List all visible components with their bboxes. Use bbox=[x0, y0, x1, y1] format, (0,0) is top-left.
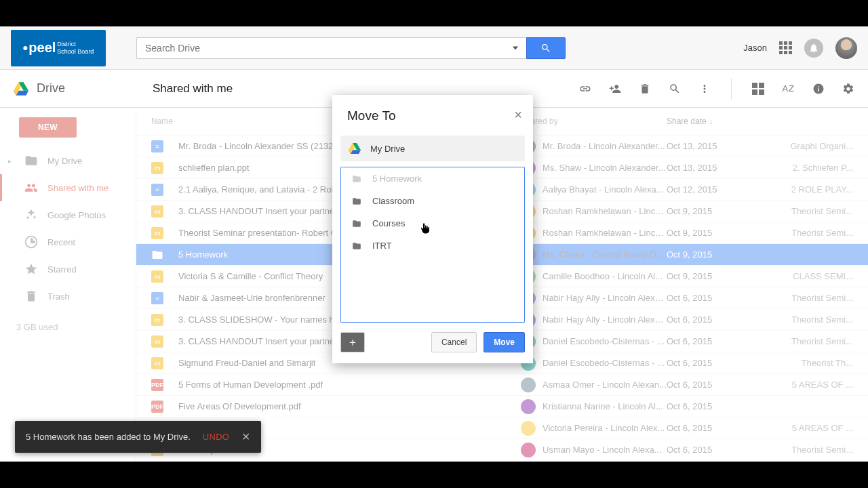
logo-text: peel bbox=[28, 40, 56, 56]
delete-icon[interactable] bbox=[639, 83, 651, 95]
new-folder-button[interactable]: ＋ bbox=[340, 332, 365, 352]
owner-avatar bbox=[521, 399, 536, 414]
folder-icon bbox=[351, 219, 363, 228]
share-date: Oct 6, 2015 bbox=[667, 423, 765, 433]
file-extra: Theorist Semi... bbox=[765, 336, 853, 346]
org-logo[interactable]: • peel DistrictSchool Board bbox=[11, 30, 106, 66]
move-to-modal: Move To × My Drive 5 HomeworkClassroomCo… bbox=[332, 95, 533, 363]
sidebar-item-my-drive[interactable]: ▸My Drive bbox=[0, 147, 136, 174]
share-date: Oct 6, 2015 bbox=[667, 336, 765, 346]
sidebar-item-starred[interactable]: Starred bbox=[0, 256, 136, 283]
file-name: Five Areas Of Development.pdf bbox=[178, 401, 301, 411]
share-date: Oct 12, 2015 bbox=[667, 184, 765, 195]
file-name: 2.1 Aaliya, Renique, and Latavia - 2 Rol… bbox=[178, 184, 345, 195]
share-date: Oct 13, 2015 bbox=[667, 163, 765, 173]
search-icon bbox=[540, 43, 551, 54]
more-actions-icon[interactable] bbox=[698, 83, 711, 95]
share-date: Oct 6, 2015 bbox=[667, 314, 765, 325]
file-extra: Theorist Th... bbox=[765, 358, 853, 368]
file-extra: 2. Schliefen P... bbox=[765, 163, 853, 173]
folder-label: Courses bbox=[372, 218, 405, 228]
folder-tree-item[interactable]: Classroom bbox=[341, 190, 524, 212]
sort-az-icon[interactable]: AZ bbox=[782, 83, 795, 94]
docs-icon: ≡ bbox=[151, 184, 163, 196]
storage-used: 3 GB used bbox=[0, 310, 136, 332]
search-in-section-icon[interactable] bbox=[669, 83, 681, 95]
share-date: Oct 6, 2015 bbox=[667, 401, 765, 411]
file-name: 5 Homework bbox=[178, 249, 228, 260]
sidebar-item-recent[interactable]: Recent bbox=[0, 228, 136, 256]
apps-launcher-icon[interactable] bbox=[779, 41, 792, 54]
add-person-icon[interactable] bbox=[609, 83, 621, 95]
sidebar: NEW ▸My DriveShared with meGoogle Photos… bbox=[0, 108, 136, 462]
header: • peel DistrictSchool Board Jason bbox=[0, 26, 868, 70]
file-name: Nabir & Jasmeet-Urie bronfenbrenner bbox=[178, 293, 326, 303]
info-icon[interactable] bbox=[812, 83, 825, 95]
file-name: schlieffen plan.ppt bbox=[178, 163, 250, 173]
share-date: Oct 9, 2015 bbox=[667, 249, 765, 260]
pdf-icon: PDF bbox=[151, 401, 163, 413]
owner-name: Ms. Clarke - Central Board Off... bbox=[542, 249, 667, 260]
search-options-caret[interactable] bbox=[513, 46, 518, 49]
file-name: Mr. Broda - Lincoln Alexander SS (2132..… bbox=[178, 141, 340, 151]
account-name[interactable]: Jason bbox=[743, 43, 767, 53]
folder-icon bbox=[151, 249, 163, 261]
nav-item-label: Starred bbox=[47, 264, 77, 274]
toast-close-icon[interactable]: ✕ bbox=[241, 430, 250, 443]
file-extra: 2 ROLE PLAY... bbox=[765, 184, 853, 195]
folder-tree-item: 5 Homework bbox=[341, 167, 524, 190]
new-button[interactable]: NEW bbox=[19, 117, 77, 138]
owner-name: Roshan Ramkhelawan - Linco... bbox=[542, 206, 667, 216]
sidebar-item-google-photos[interactable]: Google Photos bbox=[0, 201, 136, 228]
drive-logo-icon[interactable] bbox=[14, 82, 28, 96]
nav-item-label: Trash bbox=[47, 291, 70, 302]
folder-tree-item[interactable]: ITRT bbox=[341, 235, 524, 257]
file-extra: Theorist Semi... bbox=[765, 206, 853, 216]
breadcrumb-label: My Drive bbox=[370, 144, 405, 154]
sidebar-item-trash[interactable]: Trash bbox=[0, 283, 136, 310]
file-row[interactable]: PDFFive Areas Of Development.pdfKristian… bbox=[136, 395, 868, 417]
move-button[interactable]: Move bbox=[484, 332, 525, 352]
col-date-header[interactable]: Share date ↓ bbox=[667, 117, 765, 126]
file-extra: Theorist Semi... bbox=[765, 228, 853, 238]
folder-icon bbox=[351, 197, 363, 206]
file-name: 3. CLASS HANDOUT Insert your partner... bbox=[178, 206, 344, 216]
share-date: Oct 9, 2015 bbox=[667, 228, 765, 238]
slides-icon: ▭ bbox=[151, 205, 163, 218]
settings-gear-icon[interactable] bbox=[842, 83, 854, 95]
docs-icon: ≡ bbox=[151, 292, 163, 304]
file-extra: Theorist Semi... bbox=[765, 314, 853, 325]
file-name: Theorist Seminar presentation- Robert C.… bbox=[178, 228, 344, 238]
modal-breadcrumb[interactable]: My Drive bbox=[340, 136, 525, 161]
owner-name: Mr. Broda - Lincoln Alexander... bbox=[542, 141, 665, 151]
share-date: Oct 13, 2015 bbox=[667, 141, 765, 151]
notifications-icon[interactable] bbox=[804, 39, 823, 58]
file-row[interactable]: PDF5 Forms of Human Development .pdfAsma… bbox=[136, 373, 868, 395]
toolbar-divider bbox=[731, 78, 732, 100]
share-date: Oct 6, 2015 bbox=[667, 380, 765, 390]
nav-item-label: Google Photos bbox=[47, 210, 106, 220]
col-owner-header[interactable]: Shared by bbox=[521, 117, 667, 126]
slides-icon: ▭ bbox=[151, 314, 163, 326]
folder-tree-item[interactable]: Courses bbox=[341, 212, 524, 235]
grid-view-toggle-icon[interactable] bbox=[752, 83, 764, 95]
user-avatar[interactable] bbox=[835, 37, 857, 59]
share-date: Oct 6, 2015 bbox=[667, 358, 765, 368]
cancel-button[interactable]: Cancel bbox=[431, 332, 477, 352]
modal-close-icon[interactable]: × bbox=[514, 107, 522, 123]
sidebar-item-shared-with-me[interactable]: Shared with me bbox=[0, 174, 136, 201]
folder-icon bbox=[351, 241, 363, 251]
search-input[interactable] bbox=[136, 37, 526, 59]
share-date: Oct 9, 2015 bbox=[667, 206, 765, 216]
owner-name: Camille Boodhoo - Lincoln Al... bbox=[542, 271, 663, 281]
pdf-icon: PDF bbox=[151, 379, 163, 391]
owner-name: Nabir Hajy Ally - Lincoln Alexa... bbox=[542, 293, 667, 303]
slides-icon: ▭ bbox=[151, 270, 163, 283]
file-name: 3. CLASS HANDOUT Insert your partner... bbox=[178, 336, 344, 346]
get-link-icon[interactable] bbox=[579, 83, 591, 95]
toast-undo[interactable]: UNDO bbox=[203, 432, 229, 442]
search-button[interactable] bbox=[526, 37, 566, 59]
toast: 5 Homework has been added to My Drive. U… bbox=[15, 421, 261, 453]
owner-name: Daniel Escobedo-Cisternas - ... bbox=[542, 336, 665, 346]
mouse-cursor-icon bbox=[419, 222, 431, 235]
